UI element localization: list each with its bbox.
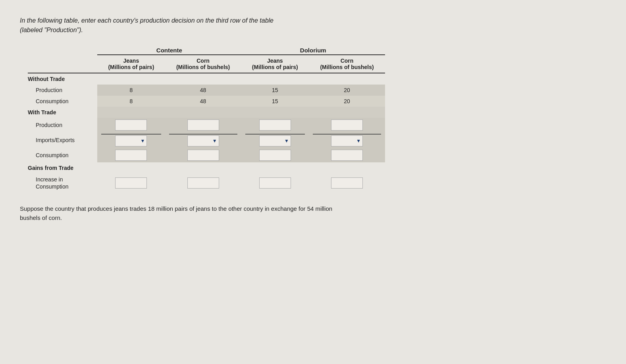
ie-d-jeans-sep bbox=[245, 134, 305, 135]
increase-d-jeans-input[interactable] bbox=[259, 177, 291, 189]
production-label: Production bbox=[28, 85, 97, 96]
without-trade-label: Without Trade bbox=[28, 73, 97, 85]
consumption-label: Consumption bbox=[28, 96, 97, 107]
cons-trade-c-corn-input[interactable] bbox=[187, 150, 219, 161]
empty-header bbox=[28, 55, 97, 73]
cons-trade-c-jeans-cell bbox=[97, 148, 165, 162]
main-table: Contente Dolorium Jeans (Millions of pai… bbox=[28, 47, 385, 193]
increase-d-corn-input[interactable] bbox=[331, 177, 363, 189]
prod-trade-c-corn-cell bbox=[165, 118, 241, 132]
wt-header-c-corn bbox=[165, 73, 241, 85]
prod-c-corn: 48 bbox=[165, 85, 241, 96]
dolorium-jeans-header: Jeans (Millions of pairs) bbox=[241, 55, 309, 73]
cons-trade-d-jeans-cell bbox=[241, 148, 309, 162]
consumption-row: Consumption 8 48 15 20 bbox=[28, 96, 385, 107]
dropdown-arrow-icon: ▼ bbox=[140, 138, 145, 144]
contente-corn-header: Corn (Millions of bushels) bbox=[165, 55, 241, 73]
cons-c-corn: 48 bbox=[165, 96, 241, 107]
instruction-text: In the following table, enter each count… bbox=[20, 16, 329, 35]
prod-trade-c-jeans-input[interactable] bbox=[115, 119, 147, 131]
ie-c-corn-sep bbox=[169, 134, 237, 135]
increase-row: Increase in Consumption bbox=[28, 173, 385, 193]
cons-c-jeans: 8 bbox=[97, 96, 165, 107]
with-trade-label: With Trade bbox=[28, 107, 97, 118]
gains-d-corn bbox=[309, 162, 385, 173]
cons-trade-d-corn-input[interactable] bbox=[331, 150, 363, 161]
ie-d-corn-dropdown[interactable]: ▼ bbox=[331, 135, 363, 146]
prod-d-corn: 20 bbox=[309, 85, 385, 96]
with-trade-section: With Trade bbox=[28, 107, 385, 118]
production-trade-label: Production bbox=[28, 118, 97, 132]
wt-header-d-corn bbox=[309, 73, 385, 85]
cons-d-jeans: 15 bbox=[241, 96, 309, 107]
production-row: Production 8 48 15 20 bbox=[28, 85, 385, 96]
ie-c-corn-cell: ▼ bbox=[165, 132, 241, 148]
consumption-trade-label: Consumption bbox=[28, 148, 97, 162]
ie-d-corn-sep bbox=[313, 134, 381, 135]
wt-header-c-jeans bbox=[97, 73, 165, 85]
cons-trade-d-jeans-input[interactable] bbox=[259, 150, 291, 161]
prod-trade-d-corn-input[interactable] bbox=[331, 119, 363, 131]
wt2-c-corn bbox=[165, 107, 241, 118]
cons-trade-c-corn-cell bbox=[165, 148, 241, 162]
contente-jeans-header: Jeans (Millions of pairs) bbox=[97, 55, 165, 73]
prod-trade-d-jeans-input[interactable] bbox=[259, 119, 291, 131]
without-trade-section: Without Trade bbox=[28, 73, 385, 85]
ie-c-jeans-sep bbox=[101, 134, 161, 135]
dolorium-header: Dolorium bbox=[241, 47, 385, 55]
ie-d-jeans-dropdown[interactable]: ▼ bbox=[259, 135, 291, 146]
imports-exports-row: Imports/Exports ▼ ▼ ▼ bbox=[28, 132, 385, 148]
cons-trade-d-corn-cell bbox=[309, 148, 385, 162]
prod-trade-c-jeans-cell bbox=[97, 118, 165, 132]
prod-trade-d-jeans-cell bbox=[241, 118, 309, 132]
prod-trade-d-corn-cell bbox=[309, 118, 385, 132]
footer-text: Suppose the country that produces jeans … bbox=[20, 204, 345, 222]
dropdown-arrow-icon3: ▼ bbox=[284, 138, 289, 144]
ie-d-corn-cell: ▼ bbox=[309, 132, 385, 148]
gains-c-jeans bbox=[97, 162, 165, 173]
ie-d-jeans-cell: ▼ bbox=[241, 132, 309, 148]
prod-c-jeans: 8 bbox=[97, 85, 165, 96]
gains-d-jeans bbox=[241, 162, 309, 173]
increase-c-jeans-cell bbox=[97, 173, 165, 193]
increase-label: Increase in Consumption bbox=[28, 173, 97, 193]
increase-c-corn-input[interactable] bbox=[187, 177, 219, 189]
wt2-d-corn bbox=[309, 107, 385, 118]
cons-d-corn: 20 bbox=[309, 96, 385, 107]
prod-d-jeans: 15 bbox=[241, 85, 309, 96]
ie-c-jeans-dropdown[interactable]: ▼ bbox=[115, 135, 147, 146]
consumption-trade-row: Consumption bbox=[28, 148, 385, 162]
wt2-d-jeans bbox=[241, 107, 309, 118]
gains-c-corn bbox=[165, 162, 241, 173]
ie-c-jeans-cell: ▼ bbox=[97, 132, 165, 148]
prod-trade-c-corn-input[interactable] bbox=[187, 119, 219, 131]
wt-header-d-jeans bbox=[241, 73, 309, 85]
increase-c-corn-cell bbox=[165, 173, 241, 193]
table-container: Contente Dolorium Jeans (Millions of pai… bbox=[28, 47, 606, 193]
cons-trade-c-jeans-input[interactable] bbox=[115, 150, 147, 161]
increase-d-jeans-cell bbox=[241, 173, 309, 193]
row-label-header bbox=[28, 47, 97, 55]
increase-c-jeans-input[interactable] bbox=[115, 177, 147, 189]
increase-d-corn-cell bbox=[309, 173, 385, 193]
dolorium-corn-header: Corn (Millions of bushels) bbox=[309, 55, 385, 73]
dropdown-arrow-icon2: ▼ bbox=[212, 138, 217, 144]
contente-header: Contente bbox=[97, 47, 241, 55]
ie-c-corn-dropdown[interactable]: ▼ bbox=[187, 135, 219, 146]
wt2-c-jeans bbox=[97, 107, 165, 118]
gains-section: Gains from Trade bbox=[28, 162, 385, 173]
dropdown-arrow-icon4: ▼ bbox=[356, 138, 361, 144]
gains-label: Gains from Trade bbox=[28, 162, 97, 173]
imports-exports-label: Imports/Exports bbox=[28, 132, 97, 148]
production-trade-row: Production bbox=[28, 118, 385, 132]
